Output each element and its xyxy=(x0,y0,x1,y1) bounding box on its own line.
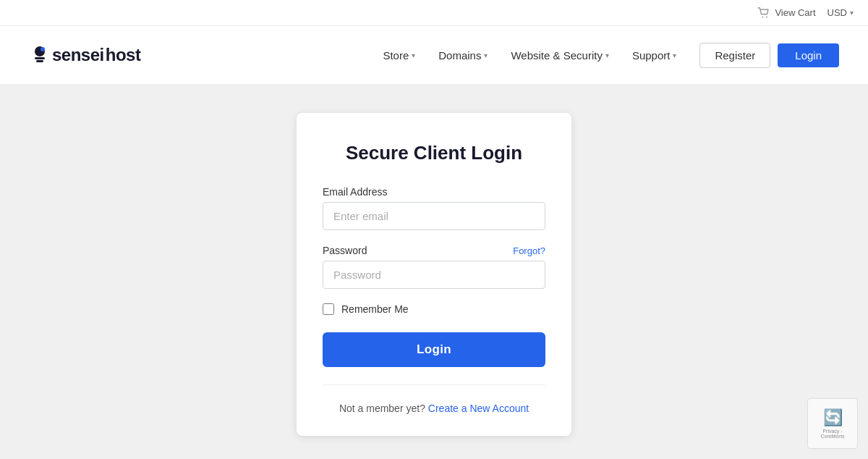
recaptcha-widget: 🔄 Privacy - Conditions xyxy=(807,398,858,449)
email-form-group: Email Address xyxy=(323,186,545,230)
login-nav-button[interactable]: Login xyxy=(778,43,839,67)
password-label: Password xyxy=(323,245,367,256)
logo[interactable]: senseihost xyxy=(29,44,140,66)
remember-me-checkbox[interactable] xyxy=(323,303,334,315)
nav-item-support[interactable]: Support ▾ xyxy=(624,43,686,67)
logo-icon xyxy=(29,44,51,66)
svg-rect-5 xyxy=(36,60,43,62)
recaptcha-logo-icon: 🔄 xyxy=(823,408,843,427)
remember-me-row: Remember Me xyxy=(323,303,545,315)
topbar-right: View Cart USD ▾ xyxy=(757,7,854,19)
svg-point-0 xyxy=(762,16,764,17)
nav-store-label: Store xyxy=(383,49,409,62)
currency-label: USD xyxy=(827,7,847,18)
nav-domains-label: Domains xyxy=(438,49,481,62)
nav-domains-chevron-icon: ▾ xyxy=(484,51,488,59)
svg-rect-4 xyxy=(35,57,45,59)
view-cart-label: View Cart xyxy=(775,7,815,18)
logo-text-1: sensei xyxy=(52,45,104,65)
nav-website-security-chevron-icon: ▾ xyxy=(605,51,609,59)
password-form-group: Password Forgot? xyxy=(323,245,545,289)
create-account-link[interactable]: Create a New Account xyxy=(428,403,529,414)
nav-item-store[interactable]: Store ▾ xyxy=(374,43,424,67)
footer-text: Not a member yet? xyxy=(339,403,425,414)
topbar: View Cart USD ▾ xyxy=(0,0,868,26)
register-button[interactable]: Register xyxy=(699,43,770,68)
currency-chevron-icon: ▾ xyxy=(850,9,854,17)
svg-point-3 xyxy=(41,47,45,51)
nav-actions: Register Login xyxy=(699,43,839,68)
nav-links: Store ▾ Domains ▾ Website & Security ▾ S… xyxy=(374,43,685,67)
password-input[interactable] xyxy=(323,261,545,289)
nav-item-domains[interactable]: Domains ▾ xyxy=(430,43,496,67)
cart-icon xyxy=(757,7,770,19)
svg-point-1 xyxy=(766,16,767,17)
login-title: Secure Client Login xyxy=(323,142,545,164)
nav-website-security-label: Website & Security xyxy=(511,49,602,62)
forgot-password-link[interactable]: Forgot? xyxy=(513,245,545,256)
currency-selector[interactable]: USD ▾ xyxy=(827,7,854,18)
recaptcha-text: Privacy - Conditions xyxy=(811,429,854,439)
card-footer: Not a member yet? Create a New Account xyxy=(323,384,545,414)
main-content: Secure Client Login Email Address Passwo… xyxy=(0,84,868,459)
login-card: Secure Client Login Email Address Passwo… xyxy=(297,113,571,436)
nav-support-label: Support xyxy=(632,49,671,62)
view-cart-link[interactable]: View Cart xyxy=(757,7,815,19)
nav-support-chevron-icon: ▾ xyxy=(673,51,676,59)
login-submit-button[interactable]: Login xyxy=(323,332,545,367)
logo-text-2: host xyxy=(106,45,141,65)
password-label-row: Password Forgot? xyxy=(323,245,545,256)
navbar: senseihost Store ▾ Domains ▾ Website & S… xyxy=(0,26,868,84)
remember-me-label: Remember Me xyxy=(341,303,409,315)
email-label: Email Address xyxy=(323,186,545,198)
email-input[interactable] xyxy=(323,202,545,230)
nav-item-website-security[interactable]: Website & Security ▾ xyxy=(502,43,617,67)
nav-store-chevron-icon: ▾ xyxy=(412,51,415,59)
